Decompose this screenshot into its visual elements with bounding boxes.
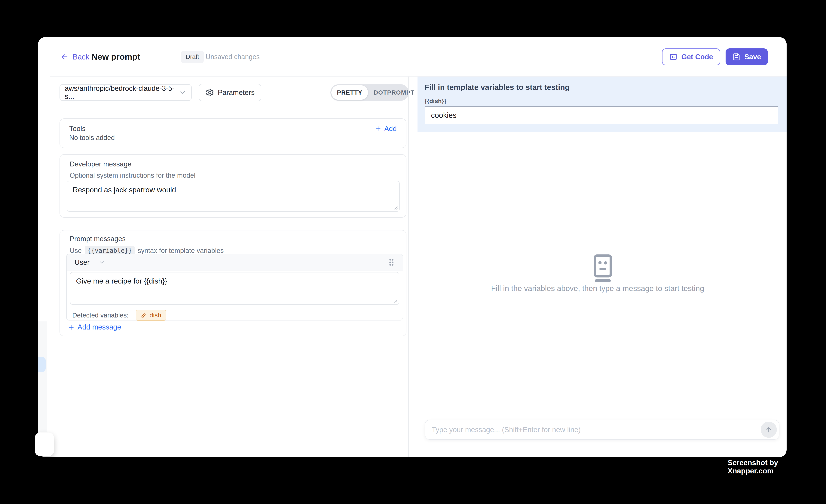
- back-label: Back: [73, 53, 90, 61]
- parameters-button[interactable]: Parameters: [198, 84, 261, 101]
- developer-message-input[interactable]: Respond as jack sparrow would: [67, 181, 399, 211]
- tester-empty-state-text: Fill in the variables above, then type a…: [409, 284, 786, 293]
- left-edge-panel-strip: [38, 321, 47, 432]
- save-icon: [732, 53, 741, 61]
- model-selector[interactable]: aws/anthropic/bedrock-claude-3-5-s...: [60, 84, 192, 101]
- variable-chip-dish[interactable]: dish: [136, 310, 166, 321]
- add-tool-button[interactable]: Add: [374, 125, 397, 133]
- message-header: User: [67, 254, 403, 271]
- save-button[interactable]: Save: [725, 48, 768, 65]
- arrow-up-icon: [765, 426, 773, 434]
- developer-message-title: Developer message: [70, 160, 131, 168]
- template-variables-banner: Fill in template variables to start test…: [417, 76, 786, 132]
- panel-divider: [408, 76, 409, 457]
- unsaved-changes-text: Unsaved changes: [205, 37, 259, 76]
- tools-card: Tools Add No tools added: [60, 118, 406, 148]
- add-message-row: Add message: [67, 323, 121, 331]
- left-edge-highlight-chip: [38, 357, 46, 372]
- corner-floating-card: [35, 433, 54, 456]
- prompt-messages-card: Prompt messages Use {{variable}} syntax …: [60, 230, 406, 336]
- chat-message-input[interactable]: [431, 426, 761, 434]
- developer-message-subtitle: Optional system instructions for the mod…: [70, 172, 195, 179]
- tools-title: Tools: [69, 125, 85, 133]
- header-actions: Get Code Save: [662, 37, 768, 76]
- terminal-icon: [669, 53, 677, 61]
- view-mode-toggle: PRETTY DOTPROMPT: [331, 84, 409, 101]
- detected-variables-row: Detected variables: dish: [72, 310, 166, 321]
- chevron-down-icon: [98, 259, 105, 266]
- resize-grip-icon[interactable]: [392, 297, 398, 303]
- model-selector-value: aws/anthropic/bedrock-claude-3-5-s...: [65, 84, 179, 101]
- banner-title: Fill in template variables to start test…: [425, 83, 570, 92]
- prompt-messages-title: Prompt messages: [70, 235, 126, 243]
- detected-variables-label: Detected variables:: [72, 312, 129, 319]
- chevron-down-icon: [179, 89, 186, 96]
- toggle-option-dotprompt[interactable]: DOTPROMPT: [368, 85, 420, 100]
- page-title: New prompt: [92, 37, 140, 76]
- prompt-message-block: User Give me a recipe for {{dish}} Detec…: [66, 254, 403, 320]
- app-window: Back New prompt Draft Unsaved changes Ge…: [38, 37, 786, 457]
- back-button[interactable]: Back: [60, 37, 90, 76]
- status-badge: Draft: [181, 51, 204, 63]
- back-arrow-icon: [60, 53, 69, 61]
- get-code-button[interactable]: Get Code: [662, 48, 720, 65]
- header: Back New prompt Draft Unsaved changes Ge…: [38, 37, 786, 76]
- resize-grip-icon[interactable]: [392, 204, 398, 210]
- message-text-input[interactable]: Give me a recipe for {{dish}}: [70, 272, 399, 304]
- message-role-select[interactable]: User: [74, 258, 105, 266]
- plus-icon: [67, 323, 75, 331]
- tools-empty-text: No tools added: [69, 134, 397, 142]
- send-button[interactable]: [761, 422, 777, 438]
- developer-message-card: Developer message Optional system instru…: [60, 154, 406, 218]
- developer-message-field-wrap: Respond as jack sparrow would: [67, 181, 400, 212]
- gear-icon: [205, 88, 214, 97]
- message-role-value: User: [74, 258, 90, 266]
- add-message-button[interactable]: Add message: [67, 323, 121, 331]
- chat-input-bar: [425, 420, 779, 440]
- message-field-wrap: Give me a recipe for {{dish}}: [70, 272, 399, 305]
- variable-name-label: {{dish}}: [425, 98, 447, 105]
- variable-value-input[interactable]: [425, 106, 778, 124]
- chat-footer-divider: [409, 412, 786, 412]
- watermark-text: Screenshot by Xnapper.com: [728, 458, 826, 475]
- robot-screen-icon: [592, 254, 614, 282]
- pencil-icon: [140, 312, 147, 318]
- toggle-option-pretty[interactable]: PRETTY: [331, 85, 368, 100]
- plus-icon: [374, 125, 381, 132]
- drag-handle-icon[interactable]: [388, 258, 395, 267]
